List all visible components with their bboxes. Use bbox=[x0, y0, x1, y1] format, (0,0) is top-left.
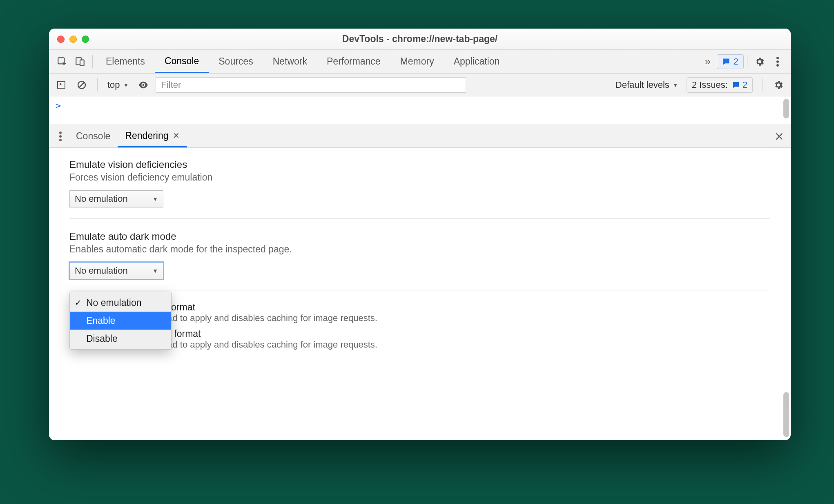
section-description: Enables automatic dark mode for the insp… bbox=[69, 244, 770, 255]
close-tab-icon[interactable]: ✕ bbox=[173, 131, 180, 140]
svg-point-5 bbox=[776, 64, 779, 67]
live-expression-icon[interactable] bbox=[135, 77, 152, 93]
message-icon bbox=[722, 58, 730, 66]
drawer-tabstrip: Console Rendering ✕ bbox=[49, 125, 791, 148]
clear-console-icon[interactable] bbox=[74, 77, 90, 93]
section-title: Emulate vision deficiencies bbox=[69, 159, 770, 170]
console-settings-icon[interactable] bbox=[770, 77, 787, 93]
svg-point-9 bbox=[143, 84, 145, 86]
tab-network[interactable]: Network bbox=[263, 50, 317, 73]
divider bbox=[92, 55, 93, 68]
vision-deficiency-select[interactable]: No emulation ▼ bbox=[69, 190, 163, 207]
auto-dark-mode-select[interactable]: No emulation ▼ bbox=[69, 262, 163, 279]
option-disable[interactable]: Disable bbox=[70, 330, 171, 348]
console-output[interactable]: > bbox=[49, 96, 791, 125]
close-drawer-icon[interactable] bbox=[771, 128, 787, 145]
section-description: Forces vision deficiency emulation bbox=[69, 172, 770, 183]
levels-label: Default levels bbox=[615, 80, 669, 90]
divider bbox=[747, 55, 747, 68]
toggle-device-toolbar-icon[interactable] bbox=[71, 53, 89, 71]
tab-elements[interactable]: Elements bbox=[96, 50, 155, 73]
close-window-button[interactable] bbox=[57, 36, 65, 43]
message-icon bbox=[732, 81, 740, 89]
main-tabstrip: Elements Console Sources Network Perform… bbox=[49, 50, 791, 74]
log-levels-selector[interactable]: Default levels ▼ bbox=[615, 80, 678, 90]
tab-performance[interactable]: Performance bbox=[317, 50, 390, 73]
toggle-console-sidebar-icon[interactable] bbox=[53, 77, 69, 93]
scrollbar-thumb[interactable] bbox=[783, 392, 789, 437]
maximize-window-button[interactable] bbox=[82, 36, 89, 43]
auto-dark-mode-options-popup: No emulation Enable Disable bbox=[69, 292, 172, 350]
message-count: 2 bbox=[734, 56, 738, 67]
drawer-tab-label: Console bbox=[76, 131, 110, 142]
window-title: DevTools - chrome://new-tab-page/ bbox=[49, 33, 791, 45]
select-value: No emulation bbox=[75, 265, 128, 276]
option-enable[interactable]: Enable bbox=[70, 312, 171, 330]
svg-line-8 bbox=[79, 83, 84, 87]
issues-label: 2 Issues: bbox=[692, 80, 728, 90]
svg-rect-6 bbox=[58, 82, 65, 88]
vision-deficiency-section: Emulate vision deficiencies Forces visio… bbox=[69, 148, 770, 219]
context-label: top bbox=[107, 80, 120, 90]
divider bbox=[97, 78, 98, 91]
svg-point-4 bbox=[776, 60, 779, 63]
svg-rect-2 bbox=[80, 60, 84, 65]
svg-point-11 bbox=[59, 135, 62, 138]
devtools-window: DevTools - chrome://new-tab-page/ Elemen… bbox=[49, 29, 791, 440]
disable-avif-row: Disable AVIF image format Requires a pag… bbox=[69, 299, 770, 326]
chevron-down-icon: ▼ bbox=[152, 268, 158, 274]
chevron-down-icon: ▼ bbox=[673, 82, 678, 88]
image-format-section: Disable AVIF image format Requires a pag… bbox=[69, 292, 770, 352]
svg-point-12 bbox=[59, 139, 62, 141]
console-messages-chip[interactable]: 2 bbox=[717, 54, 744, 69]
option-no-emulation[interactable]: No emulation bbox=[70, 294, 171, 312]
more-tabs-icon[interactable]: » bbox=[699, 53, 717, 71]
context-selector[interactable]: top ▼ bbox=[105, 80, 131, 90]
main-tabs: Elements Console Sources Network Perform… bbox=[96, 50, 509, 73]
titlebar: DevTools - chrome://new-tab-page/ bbox=[49, 29, 791, 50]
divider bbox=[763, 78, 763, 91]
console-toolbar: top ▼ Default levels ▼ 2 Issues: 2 bbox=[49, 74, 791, 96]
drawer-tab-rendering[interactable]: Rendering ✕ bbox=[118, 125, 187, 147]
tab-memory[interactable]: Memory bbox=[390, 50, 444, 73]
select-value: No emulation bbox=[75, 194, 128, 204]
issues-button[interactable]: 2 Issues: 2 bbox=[687, 77, 753, 93]
window-controls bbox=[57, 36, 89, 43]
scrollbar-thumb[interactable] bbox=[783, 99, 789, 118]
rendering-panel: Emulate vision deficiencies Forces visio… bbox=[49, 148, 791, 440]
svg-point-10 bbox=[59, 132, 62, 134]
drawer-tab-label: Rendering bbox=[125, 130, 168, 141]
tab-application[interactable]: Application bbox=[444, 50, 510, 73]
tab-console[interactable]: Console bbox=[155, 50, 209, 73]
kebab-menu-icon[interactable] bbox=[769, 53, 787, 71]
filter-input[interactable] bbox=[156, 77, 466, 93]
settings-icon[interactable] bbox=[751, 53, 769, 71]
svg-point-3 bbox=[776, 57, 779, 59]
drawer-tab-console[interactable]: Console bbox=[69, 125, 118, 147]
console-prompt: > bbox=[56, 100, 61, 111]
inspect-element-icon[interactable] bbox=[53, 53, 71, 71]
disable-webp-row: Disable WebP image format Requires a pag… bbox=[69, 326, 770, 352]
chevron-down-icon: ▼ bbox=[152, 196, 158, 202]
drawer-menu-icon[interactable] bbox=[52, 128, 69, 145]
tab-sources[interactable]: Sources bbox=[209, 50, 263, 73]
minimize-window-button[interactable] bbox=[69, 36, 77, 43]
auto-dark-mode-section: Emulate auto dark mode Enables automatic… bbox=[69, 220, 770, 290]
chevron-down-icon: ▼ bbox=[123, 82, 129, 88]
issues-count: 2 bbox=[743, 80, 747, 90]
section-title: Emulate auto dark mode bbox=[69, 231, 770, 242]
